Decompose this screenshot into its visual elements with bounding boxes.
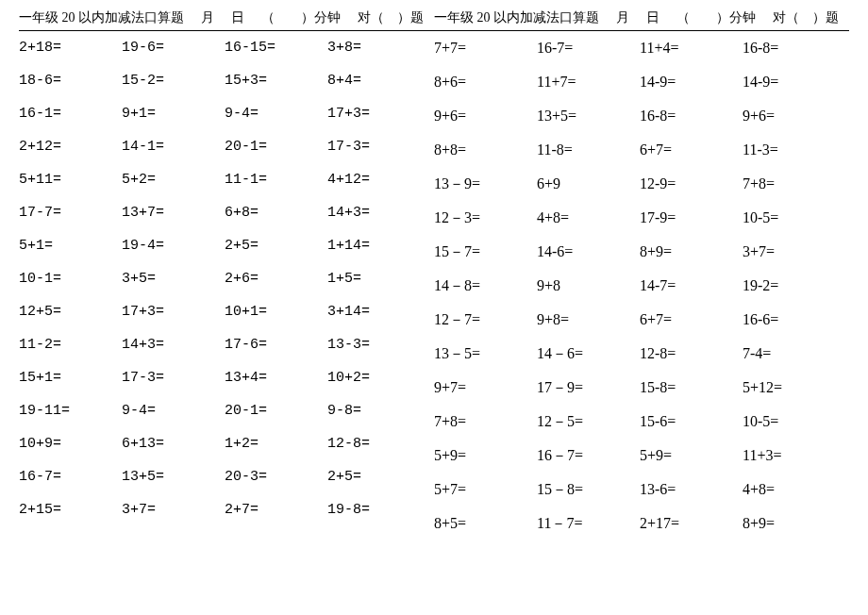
problem-cell: 3+7=	[122, 503, 219, 517]
problem-cell: 17－9=	[537, 380, 634, 395]
problem-cell: 9+7=	[434, 380, 531, 395]
problem-cell: 14+3=	[122, 338, 219, 352]
problem-cell: 16-7=	[19, 470, 116, 484]
problem-cell: 9-4=	[225, 107, 322, 121]
problem-cell: 6+13=	[122, 437, 219, 451]
problem-cell: 1+14=	[327, 239, 425, 253]
problem-cell: 8+9=	[640, 244, 737, 259]
problem-cell: 16-8=	[743, 41, 840, 56]
problem-cell: 7+8=	[743, 176, 840, 191]
problem-cell: 8+8=	[434, 142, 531, 158]
problem-cell: 13+5=	[122, 470, 219, 484]
problem-cell: 3+14=	[327, 305, 425, 319]
problem-cell: 20-1=	[225, 404, 322, 418]
problem-cell: 12+5=	[19, 305, 116, 319]
problem-cell: 2+5=	[327, 470, 425, 484]
problem-cell: 17-3=	[327, 140, 425, 154]
problem-cell: 16-8=	[640, 108, 737, 124]
problem-cell: 9+6=	[434, 108, 531, 124]
problem-cell: 17-3=	[122, 371, 219, 385]
problem-cell: 6+8=	[225, 206, 322, 220]
problem-cell: 15+3=	[225, 74, 322, 88]
problem-cell: 3+5=	[122, 272, 219, 286]
right-half: 7+7=16-7=11+4=16-8=8+6=11+7=14-9=14-9=9+…	[434, 41, 849, 531]
problem-cell: 12－3=	[434, 210, 531, 225]
problem-cell: 5+7=	[434, 482, 531, 497]
month-label: 月	[201, 9, 214, 26]
problem-cell: 1+2=	[225, 437, 322, 451]
problem-cell: 15-8=	[640, 380, 737, 395]
problem-cell: 9+8=	[537, 312, 634, 327]
problem-cell: 20-3=	[225, 470, 322, 484]
problem-cell: 3+8=	[327, 41, 425, 55]
problem-cell: 3+7=	[743, 244, 840, 259]
problem-cell: 14-9=	[640, 75, 737, 90]
problem-cell: 2+18=	[19, 41, 116, 55]
problem-cell: 2+6=	[225, 272, 322, 286]
problem-cell: 4+8=	[537, 210, 634, 225]
problem-cell: 5+2=	[122, 173, 219, 187]
problem-cell: 19-4=	[122, 239, 219, 253]
problem-cell: 13+7=	[122, 206, 219, 220]
problem-cell: 6+7=	[640, 142, 737, 158]
problem-cell: 11-2=	[19, 338, 116, 352]
problem-cell: 16-6=	[743, 312, 840, 327]
problem-cell: 4+8=	[743, 482, 840, 497]
problem-cell: 11-8=	[537, 142, 634, 158]
problem-cell: 10-5=	[743, 414, 840, 429]
problem-cell: 11+4=	[640, 41, 737, 56]
problem-cell: 5+11=	[19, 173, 116, 187]
problem-cell: 12-8=	[327, 437, 425, 451]
problem-cell: 10+2=	[327, 371, 425, 385]
problem-cell: 14－6=	[537, 346, 634, 361]
problem-cell: 2+7=	[225, 503, 322, 517]
problem-cell: 11-3=	[743, 142, 840, 158]
problem-cell: 17-9=	[640, 210, 737, 225]
problem-cell: 10-5=	[743, 210, 840, 225]
header-right: 一年级 20 以内加减法口算题 月 日 （ ）分钟 对（ ）题	[434, 9, 849, 26]
problem-cell: 7+8=	[434, 414, 531, 429]
problem-cell: 12-8=	[640, 346, 737, 361]
problem-cell: 1+5=	[327, 272, 425, 286]
problem-cell: 13-6=	[640, 482, 737, 497]
problem-cell: 8+9=	[743, 516, 840, 531]
problem-cell: 14-7=	[640, 278, 737, 293]
problem-cell: 11－7=	[537, 516, 634, 531]
problem-cell: 12-9=	[640, 176, 737, 191]
header-left: 一年级 20 以内加减法口算题 月 日 （ ）分钟 对（ ）题	[19, 9, 434, 26]
problem-cell: 13－9=	[434, 176, 531, 191]
problem-cell: 15－7=	[434, 244, 531, 259]
problem-cell: 7-4=	[743, 346, 840, 361]
problem-cell: 17+3=	[327, 107, 425, 121]
problem-cell: 5+9=	[640, 448, 737, 463]
worksheet-page: 一年级 20 以内加减法口算题 月 日 （ ）分钟 对（ ）题 一年级 20 以…	[0, 0, 868, 615]
problem-cell: 5+1=	[19, 239, 116, 253]
problem-cell: 10+1=	[225, 305, 322, 319]
problem-cell: 2+17=	[640, 516, 737, 531]
problem-cell: 16-1=	[19, 107, 116, 121]
problem-cell: 18-6=	[19, 74, 116, 88]
problem-cell: 14－8=	[434, 278, 531, 293]
problem-cell: 12－5=	[537, 414, 634, 429]
month-label: 月	[616, 9, 629, 26]
worksheet-title: 一年级 20 以内加减法口算题	[434, 9, 599, 26]
problem-cell: 16-7=	[537, 41, 634, 56]
problem-cell: 19-2=	[743, 278, 840, 293]
problem-cell: 14-1=	[122, 140, 219, 154]
problem-cell: 9+6=	[743, 108, 840, 124]
problem-cell: 11-1=	[225, 173, 322, 187]
problem-cell: 4+12=	[327, 173, 425, 187]
problem-cell: 15-6=	[640, 414, 737, 429]
day-label: 日	[646, 9, 659, 26]
problem-cell: 7+7=	[434, 41, 531, 56]
problem-cell: 19-11=	[19, 404, 116, 418]
correct-label: 对（ ）题	[773, 9, 839, 26]
problem-cell: 19-8=	[327, 503, 425, 517]
problem-cell: 6+9	[537, 176, 634, 191]
problem-grid-right: 7+7=16-7=11+4=16-8=8+6=11+7=14-9=14-9=9+…	[434, 41, 849, 531]
minutes-label: （ ）分钟	[261, 9, 341, 26]
problem-cell: 8+4=	[327, 74, 425, 88]
worksheet-title: 一年级 20 以内加减法口算题	[19, 9, 184, 26]
correct-label: 对（ ）题	[358, 9, 424, 26]
problem-cell: 11+7=	[537, 75, 634, 90]
